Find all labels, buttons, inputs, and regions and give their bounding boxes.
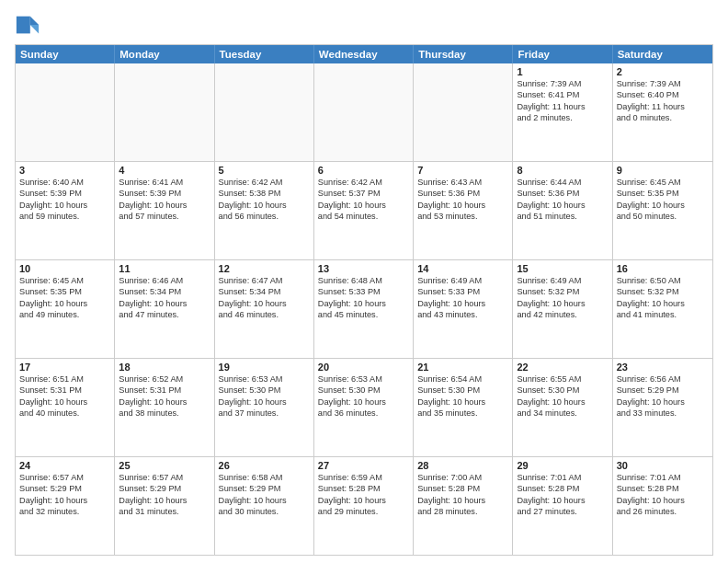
calendar-cell: [314, 63, 414, 161]
calendar-cell: 26Sunrise: 6:58 AMSunset: 5:29 PMDayligh…: [215, 457, 314, 555]
cell-line: Sunrise: 7:01 AM: [517, 472, 608, 483]
cell-line: Sunset: 5:30 PM: [517, 385, 608, 396]
calendar-row: 3Sunrise: 6:40 AMSunset: 5:39 PMDaylight…: [16, 162, 712, 260]
day-number: 23: [617, 362, 709, 373]
day-number: 26: [219, 460, 310, 471]
cell-line: Daylight: 10 hours: [617, 200, 709, 211]
cell-line: Daylight: 10 hours: [617, 396, 709, 408]
header: [15, 9, 713, 39]
calendar-cell: 27Sunrise: 6:59 AMSunset: 5:28 PMDayligh…: [314, 457, 414, 555]
day-number: 29: [517, 460, 608, 471]
logo-icon: [15, 13, 40, 39]
cell-line: and 37 minutes.: [219, 408, 310, 419]
day-number: 22: [517, 362, 608, 373]
day-number: 11: [119, 263, 210, 274]
cell-line: Sunrise: 6:52 AM: [119, 373, 210, 385]
cell-line: Sunset: 5:34 PM: [219, 286, 310, 297]
cell-line: Sunrise: 6:49 AM: [517, 275, 608, 286]
cell-line: Sunset: 6:41 PM: [517, 89, 608, 100]
cell-line: and 42 minutes.: [517, 309, 608, 320]
cell-line: Sunset: 5:31 PM: [119, 385, 210, 396]
day-number: 27: [318, 460, 409, 471]
page: SundayMondayTuesdayWednesdayThursdayFrid…: [0, 0, 728, 563]
calendar-cell: [115, 63, 214, 161]
cell-line: and 40 minutes.: [19, 408, 110, 419]
day-number: 14: [417, 263, 508, 274]
cell-line: and 2 minutes.: [517, 112, 608, 123]
cell-line: Sunset: 5:28 PM: [617, 483, 709, 494]
cell-line: Sunset: 5:36 PM: [417, 188, 508, 199]
day-number: 25: [119, 460, 210, 471]
calendar-cell: 24Sunrise: 6:57 AMSunset: 5:29 PMDayligh…: [16, 457, 115, 555]
cell-line: Sunrise: 6:44 AM: [517, 177, 608, 188]
cell-line: and 0 minutes.: [617, 112, 709, 123]
cell-line: Sunset: 5:30 PM: [318, 385, 409, 396]
day-number: 20: [318, 362, 409, 373]
calendar-cell: 29Sunrise: 7:01 AMSunset: 5:28 PMDayligh…: [513, 457, 612, 555]
calendar-cell: 28Sunrise: 7:00 AMSunset: 5:28 PMDayligh…: [414, 457, 513, 555]
cell-line: Daylight: 10 hours: [219, 495, 310, 506]
day-number: 8: [517, 165, 608, 176]
calendar-cell: 3Sunrise: 6:40 AMSunset: 5:39 PMDaylight…: [16, 162, 115, 259]
day-number: 16: [617, 263, 709, 274]
cell-line: Sunset: 5:30 PM: [417, 385, 508, 396]
cell-line: and 43 minutes.: [417, 309, 508, 320]
cell-line: Sunrise: 6:53 AM: [219, 373, 310, 385]
day-number: 1: [517, 66, 608, 77]
cell-line: Daylight: 10 hours: [318, 396, 409, 408]
cell-line: Sunrise: 6:46 AM: [119, 275, 210, 286]
calendar-header-cell: Sunday: [16, 45, 115, 63]
calendar-cell: 2Sunrise: 7:39 AMSunset: 6:40 PMDaylight…: [613, 63, 712, 161]
cell-line: and 57 minutes.: [119, 211, 210, 222]
cell-line: and 31 minutes.: [119, 506, 210, 517]
cell-line: Sunset: 5:36 PM: [517, 188, 608, 199]
calendar-cell: 25Sunrise: 6:57 AMSunset: 5:29 PMDayligh…: [115, 457, 214, 555]
calendar-cell: 9Sunrise: 6:45 AMSunset: 5:35 PMDaylight…: [613, 162, 712, 259]
cell-line: Daylight: 10 hours: [219, 200, 310, 211]
calendar-cell: 23Sunrise: 6:56 AMSunset: 5:29 PMDayligh…: [613, 359, 712, 456]
cell-line: Sunrise: 6:40 AM: [19, 177, 110, 188]
cell-line: Sunset: 5:38 PM: [219, 188, 310, 199]
day-number: 30: [617, 460, 709, 471]
cell-line: and 38 minutes.: [119, 408, 210, 419]
calendar-cell: 1Sunrise: 7:39 AMSunset: 6:41 PMDaylight…: [513, 63, 612, 161]
calendar-cell: 14Sunrise: 6:49 AMSunset: 5:33 PMDayligh…: [414, 260, 513, 358]
cell-line: Sunrise: 6:42 AM: [219, 177, 310, 188]
calendar-header-cell: Friday: [513, 45, 612, 63]
cell-line: Sunset: 5:28 PM: [318, 483, 409, 494]
calendar-cell: 17Sunrise: 6:51 AMSunset: 5:31 PMDayligh…: [16, 359, 115, 456]
cell-line: and 49 minutes.: [19, 309, 110, 320]
cell-line: Daylight: 10 hours: [517, 495, 608, 506]
day-number: 28: [417, 460, 508, 471]
cell-line: Sunrise: 6:49 AM: [417, 275, 508, 286]
calendar-cell: 6Sunrise: 6:42 AMSunset: 5:37 PMDaylight…: [314, 162, 414, 259]
cell-line: Daylight: 10 hours: [219, 396, 310, 408]
day-number: 6: [318, 165, 409, 176]
cell-line: Sunrise: 7:01 AM: [617, 472, 709, 483]
calendar-cell: [414, 63, 513, 161]
calendar-cell: 16Sunrise: 6:50 AMSunset: 5:32 PMDayligh…: [613, 260, 712, 358]
day-number: 2: [617, 66, 709, 77]
cell-line: Daylight: 10 hours: [19, 396, 110, 408]
svg-marker-0: [30, 17, 39, 25]
cell-line: Sunrise: 6:48 AM: [318, 275, 409, 286]
cell-line: Sunset: 5:32 PM: [617, 286, 709, 297]
cell-line: Daylight: 10 hours: [19, 200, 110, 211]
cell-line: Daylight: 11 hours: [617, 101, 709, 112]
svg-rect-2: [17, 17, 30, 34]
calendar-header-cell: Saturday: [613, 45, 712, 63]
svg-marker-1: [30, 25, 39, 33]
calendar-cell: 5Sunrise: 6:42 AMSunset: 5:38 PMDaylight…: [215, 162, 314, 259]
cell-line: and 28 minutes.: [417, 506, 508, 517]
cell-line: and 45 minutes.: [318, 309, 409, 320]
cell-line: and 30 minutes.: [219, 506, 310, 517]
calendar-header-cell: Tuesday: [215, 45, 314, 63]
cell-line: Sunrise: 6:57 AM: [119, 472, 210, 483]
cell-line: Sunrise: 6:43 AM: [417, 177, 508, 188]
cell-line: Daylight: 10 hours: [219, 298, 310, 309]
cell-line: and 27 minutes.: [517, 506, 608, 517]
cell-line: Sunrise: 6:45 AM: [617, 177, 709, 188]
cell-line: and 41 minutes.: [617, 309, 709, 320]
cell-line: and 35 minutes.: [417, 408, 508, 419]
day-number: 12: [219, 263, 310, 274]
